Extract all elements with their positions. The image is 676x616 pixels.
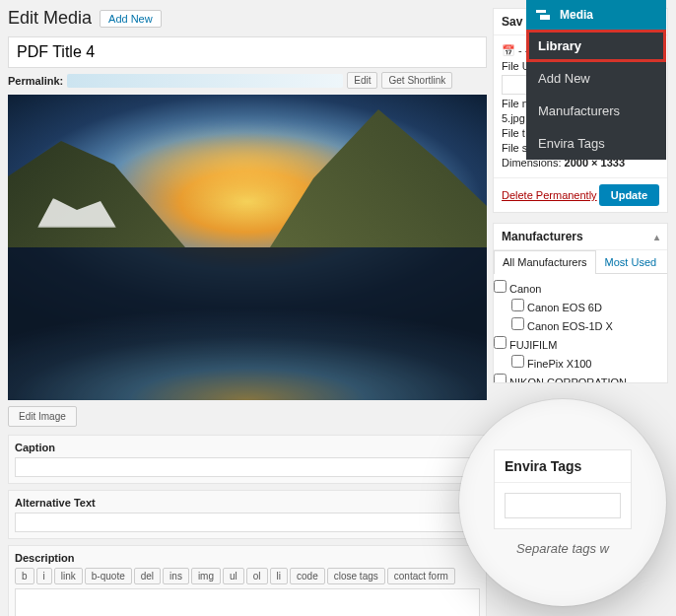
- permalink-label: Permalink:: [8, 75, 63, 87]
- quicktag-li[interactable]: li: [270, 568, 288, 584]
- manufacturer-checkbox[interactable]: [511, 355, 524, 368]
- title-input[interactable]: [8, 36, 487, 68]
- add-new-button[interactable]: Add New: [100, 10, 162, 28]
- get-shortlink-button[interactable]: Get Shortlink: [381, 72, 452, 89]
- envira-tags-title: Envira Tags: [495, 450, 631, 483]
- flyout-item-envira-tags[interactable]: Envira Tags: [526, 127, 666, 160]
- flyout-item-manufacturers[interactable]: Manufacturers: [526, 95, 666, 127]
- manufacturer-checkbox[interactable]: [494, 280, 507, 293]
- manufacturer-item[interactable]: NIKON CORPORATION: [494, 372, 667, 382]
- manufacturer-item[interactable]: Canon EOS-1D X: [494, 315, 667, 334]
- manufacturers-title: Manufacturers: [502, 230, 583, 243]
- alt-text-input[interactable]: [15, 513, 480, 532]
- envira-tags-input[interactable]: [505, 493, 621, 518]
- quicktag-ul[interactable]: ul: [223, 568, 244, 584]
- description-label: Description: [15, 552, 480, 564]
- quicktag-contact-form[interactable]: contact form: [387, 568, 455, 584]
- save-box-title: Sav: [502, 15, 522, 29]
- quicktag-img[interactable]: img: [191, 568, 221, 584]
- flyout-header[interactable]: Media: [526, 0, 666, 30]
- manufacturers-metabox: Manufacturers ▴ All Manufacturers Most U…: [493, 223, 668, 383]
- media-preview-image: [8, 95, 487, 400]
- manufacturer-checkbox[interactable]: [494, 374, 507, 382]
- quicktag-ins[interactable]: ins: [163, 568, 189, 584]
- caption-input[interactable]: [15, 457, 480, 477]
- collapse-icon[interactable]: ▴: [654, 232, 659, 242]
- quicktag-b-quote[interactable]: b-quote: [85, 568, 132, 584]
- update-button[interactable]: Update: [599, 184, 659, 206]
- magnifier-callout: Envira Tags Separate tags w: [459, 399, 666, 606]
- manufacturer-item[interactable]: Canon EOS 6D: [494, 297, 667, 315]
- permalink-edit-button[interactable]: Edit: [347, 72, 377, 89]
- manufacturer-checkbox[interactable]: [511, 299, 524, 311]
- alt-text-label: Alternative Text: [15, 497, 480, 509]
- flyout-item-add-new[interactable]: Add New: [526, 62, 666, 95]
- quicktag-close-tags[interactable]: close tags: [327, 568, 385, 584]
- tab-all-manufacturers[interactable]: All Manufacturers: [494, 250, 596, 274]
- tab-most-used[interactable]: Most Used: [596, 250, 666, 273]
- permalink-url[interactable]: [67, 74, 343, 88]
- manufacturer-checkbox[interactable]: [511, 317, 524, 330]
- manufacturer-item[interactable]: Canon: [494, 278, 667, 297]
- quicktag-ol[interactable]: ol: [246, 568, 268, 584]
- manufacturer-item[interactable]: FinePix X100: [494, 353, 667, 372]
- delete-permanently-link[interactable]: Delete Permanently: [502, 189, 597, 201]
- media-icon: [536, 8, 552, 22]
- caption-label: Caption: [15, 442, 480, 453]
- media-flyout-menu: Media LibraryAdd NewManufacturersEnvira …: [526, 0, 666, 160]
- quicktag-del[interactable]: del: [134, 568, 161, 584]
- quicktag-b[interactable]: b: [15, 568, 34, 584]
- quicktag-code[interactable]: code: [290, 568, 325, 584]
- manufacturer-checkbox[interactable]: [494, 336, 507, 349]
- envira-tags-hint: Separate tags w: [516, 541, 609, 556]
- manufacturer-item[interactable]: FUJIFILM: [494, 334, 667, 353]
- description-textarea[interactable]: [15, 588, 480, 616]
- quicktag-i[interactable]: i: [36, 568, 52, 584]
- flyout-item-library[interactable]: Library: [526, 30, 666, 62]
- page-title: Edit Media: [8, 8, 92, 29]
- quicktag-link[interactable]: link: [54, 568, 83, 584]
- edit-image-button[interactable]: Edit Image: [8, 406, 77, 427]
